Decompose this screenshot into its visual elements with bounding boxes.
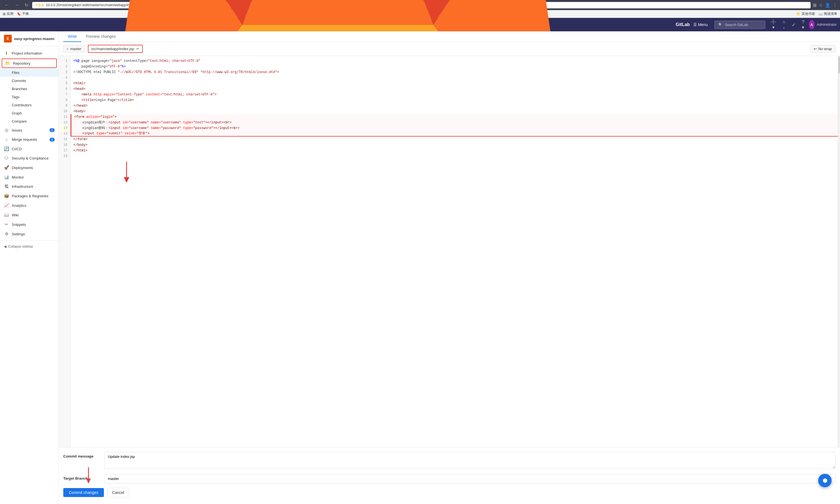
line-num-18: 18 [59,154,70,159]
commit-message-input[interactable]: Update index.jsp [104,452,836,469]
line-num-14: 14 [59,131,70,137]
code-line-13: xingdian密码：<input id="username" name="pa… [71,125,838,131]
sidebar-item-deployments[interactable]: 🚀 Deployments [0,163,58,173]
search-bar[interactable]: 🔍 Search GitLab [715,21,766,29]
red-arrow-svg [115,162,138,184]
add-button[interactable]: ➕ ▾ [769,18,778,31]
sidebar-item-analytics[interactable]: 📈 Analytics [0,201,58,210]
code-line-6: <head> [71,86,838,92]
code-line-4 [71,75,838,80]
snippets-icon: ✂ [4,222,9,227]
cancel-button[interactable]: Cancel [107,488,129,497]
fab-button[interactable]: ⬢ [818,474,832,487]
sidebar-item-merge-requests[interactable]: ⑃ Merge requests 0 [0,135,58,144]
todo-button[interactable]: ✓ [790,21,797,29]
merge-icon-button[interactable]: ⑃ ▾ [780,18,788,31]
sidebar-item-compare[interactable]: Compare [0,117,58,125]
sidebar-label-security: Security & Compliance [12,156,49,160]
commit-message-input-wrap: Update index.jsp [104,452,836,470]
sidebar-item-graph[interactable]: Graph [0,109,58,117]
sidebar-label-packages: Packages & Registries [12,194,49,198]
wrap-icon: ↩ [814,47,817,51]
sidebar-item-contributors[interactable]: Contributors [0,101,58,109]
sidebar-divider [0,240,58,241]
sidebar-item-infrastructure[interactable]: 🏗 Infrastructure [0,182,58,191]
repository-icon: 📁 [5,61,10,66]
sidebar-label-snippets: Snippets [12,222,26,227]
user-profile-icon[interactable]: 👤 [825,2,830,8]
tab-bar: Write Preview changes [59,31,840,42]
commit-changes-button[interactable]: Commit changes [63,488,104,497]
sidebar-label-wiki: Wiki [12,213,19,217]
avatar[interactable]: A [809,20,815,29]
collapse-sidebar-button[interactable]: ◀ Collapse sidebar [0,242,58,251]
sidebar-item-commits[interactable]: Commits [0,77,58,85]
code-editor[interactable]: 1 2 3 4 5 6 7 8 9 10 11 12 13 14 15 16 1… [59,56,840,447]
no-wrap-button[interactable]: ↩ No wrap [810,45,836,53]
sidebar-item-files[interactable]: Files [0,69,58,77]
sidebar-item-snippets[interactable]: ✂ Snippets [0,220,58,229]
sidebar-nav: ℹ Project information 📁 Repository Files… [0,46,58,253]
code-line-11: <form action="login"> [71,114,838,120]
line-num-10: 10 [59,109,70,114]
line-num-16: 16 [59,142,70,148]
browser-toolbar: ⊞ ☆ 👤 ⋮ [813,2,837,8]
svg-marker-9 [86,479,91,484]
line-num-7: 7 [59,92,70,97]
line-num-8: 8 [59,97,70,103]
project-icon: E [4,35,12,42]
monitor-icon: 📊 [4,175,9,180]
reading-list[interactable]: 📖 阅读清单 [819,12,837,16]
main-container: E easy-springmvc-maven ℹ Project informa… [0,31,840,504]
line-num-12: 12 [59,120,70,125]
settings-icon: ⚙ [4,231,9,236]
sidebar-label-repository: Repository [13,61,30,66]
wiki-icon: 📖 [4,212,9,217]
sidebar-item-branches[interactable]: Branches [0,85,58,93]
issues-icon: ◎ [4,128,9,133]
search-placeholder: Search GitLab [725,23,748,27]
sidebar-item-tags[interactable]: Tags [0,93,58,101]
line-num-13: 13 [59,125,70,131]
avatar-username: Administrator [817,23,837,26]
branch-badge[interactable]: ⑃ master [63,45,85,53]
filepath-text: src/main/webapp/index.jsp [91,47,134,51]
commit-actions: Commit changes Cancel [63,488,836,500]
gitlab-logo-text: GitLab [676,22,690,27]
bookmark-star-icon[interactable]: ☆ [819,2,823,8]
target-branch-input[interactable] [104,474,836,483]
sidebar-item-wiki[interactable]: 📖 Wiki [0,210,58,220]
scroll-thumb[interactable] [838,56,840,73]
code-line-16: </body> [71,142,838,148]
tab-write[interactable]: Write [63,31,81,42]
menu-button[interactable]: ☰ Menu [693,22,708,27]
help-button[interactable]: ? ▾ [800,18,807,31]
sidebar-item-packages[interactable]: 📦 Packages & Registries [0,191,58,201]
line-num-4: 4 [59,75,70,80]
sidebar-item-cicd[interactable]: 🔄 CI/CD [0,144,58,154]
translate-icon[interactable]: ⊞ [813,2,817,8]
other-bookmarks[interactable]: 📁 其他书签 [796,12,815,16]
line-num-6: 6 [59,86,70,92]
tab-preview[interactable]: Preview changes [81,31,120,42]
sidebar-item-issues[interactable]: ◎ Issues 0 [0,125,58,135]
line-num-2: 2 [59,64,70,69]
sidebar-item-security[interactable]: 🛡 Security & Compliance [0,154,58,163]
pencil-icon: ✏ [136,47,139,51]
code-lines[interactable]: <%@ page language="java" contentType="te… [71,56,838,447]
sidebar-item-settings[interactable]: ⚙ Settings [0,229,58,239]
scroll-indicator[interactable] [838,56,840,447]
line-num-17: 17 [59,148,70,154]
line-num-1: 1 [59,58,70,64]
sidebar-item-project-info[interactable]: ℹ Project information [0,49,58,58]
line-num-15: 15 [59,137,70,142]
sidebar-label-infrastructure: Infrastructure [12,184,33,188]
analytics-icon: 📈 [4,203,9,208]
sidebar-item-monitor[interactable]: 📊 Monitor [0,173,58,182]
sidebar-label-merge-requests: Merge requests [12,138,37,142]
deployments-icon: 🚀 [4,165,9,170]
menu-dots-icon[interactable]: ⋮ [833,2,837,8]
chevron-left-icon: ◀ [4,245,6,249]
sidebar-item-repository[interactable]: 📁 Repository [2,58,57,68]
sidebar-project[interactable]: E easy-springmvc-maven [0,31,58,46]
